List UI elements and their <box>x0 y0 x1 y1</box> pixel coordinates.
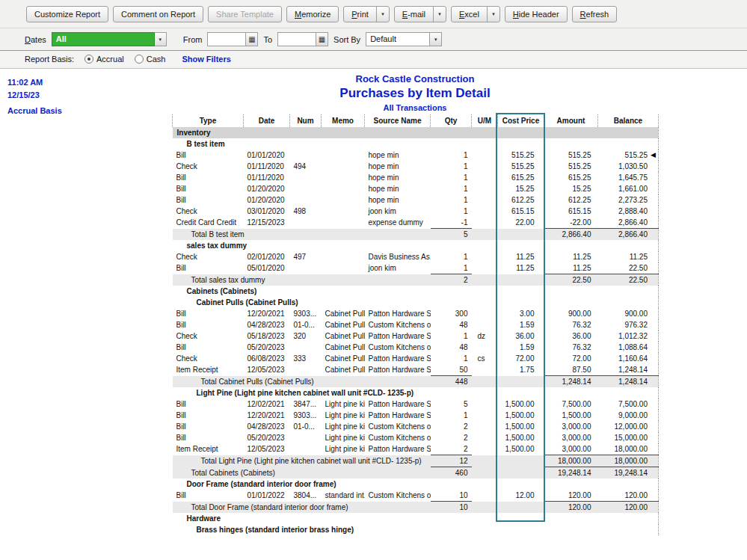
cell-date: 12/20/2021 <box>244 410 290 421</box>
toolbar-button-excel[interactable]: Excel▼ <box>451 6 500 22</box>
column-header-source-name[interactable]: Source Name <box>365 114 431 127</box>
cell-source-name: hope min <box>365 194 431 206</box>
cell-cost-price: 1,500.00 <box>498 399 544 410</box>
table-row-data[interactable]: Bill05/01/2020joon kim111.2511.2522.50 <box>173 262 659 274</box>
table-row-data[interactable]: Bill04/28/202301-0...Light pine kit...Cu… <box>173 421 659 432</box>
to-date-input[interactable] <box>277 32 316 46</box>
cell-amount: 72.00 <box>544 353 598 364</box>
from-label: From <box>183 35 203 44</box>
total-value-cell <box>498 229 544 241</box>
total-value-cell <box>498 455 544 467</box>
from-date-input[interactable] <box>207 32 246 46</box>
table-row-data[interactable]: Check03/01/2020498joon kim1615.15615.152… <box>173 206 659 217</box>
cell-source-name: Custom Kitchens o... <box>365 421 431 432</box>
column-header-cost-price[interactable]: Cost Price <box>498 114 544 127</box>
column-header-u-m[interactable]: U/M <box>472 114 498 127</box>
dates-dropdown-arrow-icon[interactable]: ▼ <box>155 32 167 46</box>
cash-radio[interactable]: Cash <box>135 55 166 64</box>
table-row-data[interactable]: Bill01/11/2020hope min1615.25615.251,645… <box>173 172 659 183</box>
table-row-data[interactable]: Bill01/20/2020hope min1612.25612.252,273… <box>173 194 659 206</box>
table-row-data[interactable]: Bill12/20/20219303...Cabinet PullsPatton… <box>173 308 659 319</box>
column-header-amount[interactable]: Amount <box>544 114 598 127</box>
row-label: Total Light Pine (Light pine kitchen cab… <box>173 455 431 467</box>
dates-select-value[interactable]: All <box>52 32 155 46</box>
table-row-total: Total Light Pine (Light pine kitchen cab… <box>173 455 659 467</box>
cell-amount: 615.15 <box>544 206 598 217</box>
table-row-data[interactable]: Bill12/20/20219303...Light pine kit...Pa… <box>173 410 659 421</box>
cell-amount: 515.25 <box>544 161 598 172</box>
table-row-data[interactable]: Item Receipt12/05/2023Cabinet PullsPatto… <box>173 364 659 376</box>
column-header-date[interactable]: Date <box>244 114 290 127</box>
row-label: Cabinets (Cabinets) <box>173 286 659 297</box>
toolbar-button-customize-report[interactable]: Customize Report <box>26 6 108 22</box>
table-row-data[interactable]: Item Receipt12/05/2023Light pine kit...P… <box>173 443 659 455</box>
table-row-data[interactable]: Bill12/02/20213847...Light pine kit...Pa… <box>173 399 659 410</box>
show-filters-link[interactable]: Show Filters <box>182 55 230 64</box>
cell-date: 02/01/2020 <box>244 251 290 262</box>
cell-u-m <box>472 342 498 353</box>
to-date-field[interactable]: ▦ <box>277 32 328 46</box>
column-header-balance[interactable]: Balance <box>598 114 659 127</box>
toolbar-button-comment-on-report[interactable]: Comment on Report <box>113 6 203 22</box>
cell-memo: standard int... <box>322 490 365 502</box>
sortby-dropdown-arrow-icon[interactable]: ▼ <box>430 32 442 46</box>
cell-amount: 515.25 <box>544 150 598 161</box>
cell-date: 12/02/2021 <box>244 399 290 410</box>
cell-balance: 2,888.40 <box>598 206 659 217</box>
sortby-dropdown[interactable]: Default ▼ <box>366 32 442 46</box>
table-row-total: Total Cabinets (Cabinets)46019,248.1419,… <box>173 467 659 479</box>
cell-balance: 515.25◀ <box>598 150 659 161</box>
cell-type: Bill <box>173 194 244 206</box>
from-date-field[interactable]: ▦ <box>207 32 258 46</box>
cell-source-name: hope min <box>365 161 431 172</box>
cell-balance: 9,000.00 <box>598 410 659 421</box>
sortby-select-value[interactable]: Default <box>366 32 430 46</box>
cell-cost-price: 36.00 <box>498 330 544 342</box>
dropdown-arrow-icon[interactable]: ▼ <box>487 7 499 22</box>
cell-balance: 22.50 <box>598 262 659 274</box>
column-header-num[interactable]: Num <box>290 114 322 127</box>
table-row-data[interactable]: Bill01/01/20223804...standard int...Cust… <box>173 490 659 502</box>
toolbar-button-memorize[interactable]: Memorize <box>286 6 339 22</box>
from-calendar-icon[interactable]: ▦ <box>246 32 258 46</box>
cell-balance: 900.00 <box>598 308 659 319</box>
table-row-data[interactable]: Bill▶01/01/2020hope min1515.25515.25515.… <box>173 150 659 161</box>
cell-u-m <box>472 217 498 229</box>
dates-dropdown[interactable]: All ▼ <box>52 32 167 46</box>
cell-source-name: Patton Hardware S... <box>365 330 431 342</box>
total-value-cell: 2,866.40 <box>544 229 598 241</box>
cell-cost-price: 1.59 <box>498 342 544 353</box>
accrual-radio[interactable]: Accrual <box>84 55 124 64</box>
cell-type: Bill <box>173 319 244 330</box>
cell-amount: 3,000.00 <box>544 432 598 443</box>
toolbar-button-refresh[interactable]: Refresh <box>572 6 618 22</box>
table-row-data[interactable]: Credit Card Credit12/15/2023expense dumm… <box>173 217 659 229</box>
table-row-total: Total Cabinet Pulls (Cabinet Pulls)4481,… <box>173 376 659 388</box>
table-row-data[interactable]: Bill05/20/2023Cabinet PullsCustom Kitche… <box>173 342 659 353</box>
table-row-data[interactable]: Check05/18/2023320Cabinet PullsPatton Ha… <box>173 330 659 342</box>
table-row-data[interactable]: Bill04/28/202301-0...Cabinet PullsCustom… <box>173 319 659 330</box>
table-row-data[interactable]: Bill05/20/2023Light pine kit...Custom Ki… <box>173 432 659 443</box>
column-header-memo[interactable]: Memo <box>322 114 365 127</box>
toolbar-button-e-mail[interactable]: E-mail▼ <box>394 6 446 22</box>
column-header-type[interactable]: Type <box>173 114 244 127</box>
toolbar-button-print[interactable]: Print▼ <box>343 6 390 22</box>
total-value-cell <box>498 376 544 388</box>
cell-num <box>290 364 322 376</box>
to-calendar-icon[interactable]: ▦ <box>316 32 328 46</box>
table-row-data[interactable]: Check02/01/2020497Davis Business As...11… <box>173 251 659 262</box>
dropdown-arrow-icon[interactable]: ▼ <box>433 7 446 22</box>
total-value-cell: 22.50 <box>544 274 598 286</box>
table-row-group: Cabinet Pulls (Cabinet Pulls) <box>173 297 659 308</box>
table-row-data[interactable]: Bill01/20/2020hope min115.2515.251,661.0… <box>173 183 659 194</box>
dropdown-arrow-icon[interactable]: ▼ <box>376 7 389 22</box>
cell-qty: 2 <box>431 443 472 455</box>
row-label: Door Frame (standard interior door frame… <box>173 479 659 490</box>
cell-u-m <box>472 161 498 172</box>
table-row-data[interactable]: Check06/08/2023333Cabinet PullsPatton Ha… <box>173 353 659 364</box>
column-header-qty[interactable]: Qty <box>431 114 472 127</box>
table-row-data[interactable]: Check01/11/2020494hope min1515.25515.251… <box>173 161 659 172</box>
cell-balance: 1,088.64 <box>598 342 659 353</box>
toolbar-button-hide-header[interactable]: Hide Header <box>505 6 568 22</box>
cell-balance: 1,160.64 <box>598 353 659 364</box>
